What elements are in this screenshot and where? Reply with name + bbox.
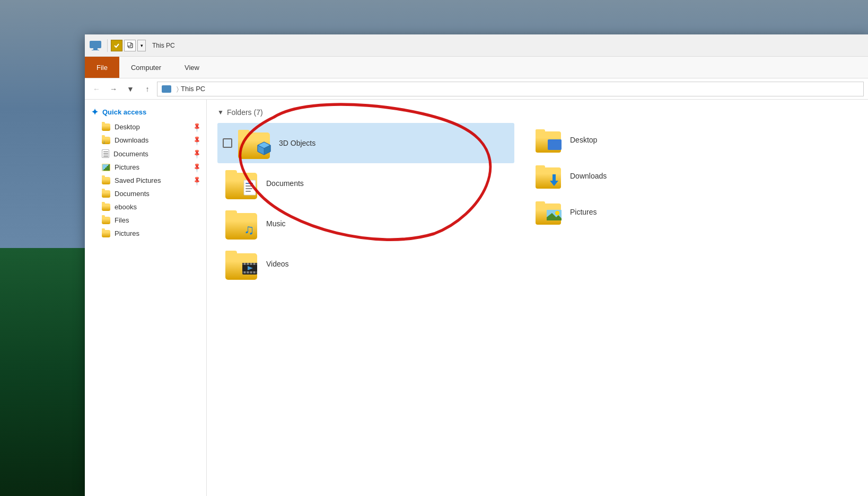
folder-item-pictures-right[interactable]: Pictures — [525, 195, 857, 229]
folders-section-header[interactable]: ▼ Folders (7) — [217, 108, 857, 117]
tab-view[interactable]: View — [173, 57, 211, 78]
folder-pictures-right-label: Pictures — [570, 208, 597, 216]
svg-rect-21 — [253, 263, 255, 265]
sidebar-pictures2-label: Pictures — [115, 229, 139, 237]
folder-videos-icon — [223, 248, 260, 280]
folders-left-col: 3D Objects — [217, 123, 514, 284]
folder-item-documents[interactable]: Documents — [217, 163, 514, 203]
folder-desktop-icon — [533, 127, 563, 153]
sidebar-item-files[interactable]: Files — [85, 214, 206, 227]
sidebar-saved-pictures-pin-icon: 📌 — [191, 175, 203, 186]
path-computer-icon — [162, 85, 171, 93]
quick-access-header[interactable]: ✦ Quick access — [85, 104, 206, 120]
sidebar-documents2-icon — [102, 190, 110, 198]
sidebar-desktop-label: Desktop — [115, 123, 140, 131]
folder-item-downloads-right[interactable]: Downloads — [525, 159, 857, 193]
svg-rect-20 — [250, 263, 252, 265]
svg-rect-11 — [246, 185, 252, 187]
sidebar-item-desktop[interactable]: Desktop 📌 — [85, 120, 206, 134]
svg-rect-25 — [253, 271, 255, 273]
ribbon: File Computer View — [85, 57, 868, 78]
folder-music-icon: ♫ — [223, 208, 260, 240]
sidebar-pictures2-icon — [102, 230, 110, 237]
svg-rect-19 — [247, 263, 249, 265]
path-thispc: This PC — [181, 85, 205, 93]
tab-file[interactable]: File — [85, 57, 119, 78]
sidebar-item-pictures2[interactable]: Pictures — [85, 227, 206, 240]
folder-checkbox[interactable] — [223, 138, 232, 148]
forward-button[interactable]: → — [106, 82, 121, 96]
dropdown-button[interactable]: ▼ — [123, 82, 138, 96]
checkmark-button[interactable] — [111, 40, 122, 51]
sidebar-item-pictures[interactable]: Pictures 📌 — [85, 161, 206, 174]
quick-access-label: Quick access — [102, 108, 146, 116]
folder-pictures-icon — [533, 199, 563, 225]
svg-rect-23 — [247, 271, 249, 273]
back-button[interactable]: ← — [89, 82, 104, 96]
sidebar-desktop-icon — [102, 123, 110, 131]
folder-3d-icon — [235, 127, 273, 159]
sidebar-downloads-pin-icon: 📌 — [191, 135, 203, 146]
up-button[interactable]: ↑ — [140, 82, 155, 96]
content-area: ▼ Folders (7) — [207, 100, 868, 496]
sidebar-item-documents[interactable]: Documents 📌 — [85, 147, 206, 161]
titlebar-divider — [107, 39, 108, 52]
addressbar: ← → ▼ ↑ 〉 This PC — [85, 78, 868, 100]
svg-point-31 — [555, 211, 559, 215]
sidebar-saved-pictures-label: Saved Pictures — [115, 176, 161, 184]
sidebar-item-ebooks[interactable]: ebooks — [85, 200, 206, 214]
folder-videos-label: Videos — [266, 260, 289, 268]
sidebar-pictures-pin-icon: 📌 — [191, 162, 203, 173]
computer-icon — [89, 39, 102, 52]
folder-downloads-right-label: Downloads — [570, 172, 607, 180]
svg-rect-13 — [246, 191, 251, 192]
sidebar-ebooks-icon — [102, 203, 110, 211]
sidebar-saved-pictures-icon — [102, 177, 110, 184]
sidebar-files-label: Files — [115, 216, 129, 224]
svg-rect-18 — [244, 263, 246, 265]
sidebar-documents-label: Documents — [113, 150, 148, 158]
sidebar-item-downloads[interactable]: Downloads 📌 — [85, 134, 206, 147]
svg-rect-22 — [244, 271, 246, 273]
svg-text:♫: ♫ — [244, 222, 255, 237]
folder-item-music[interactable]: ♫ Music — [217, 203, 514, 244]
copy-button[interactable] — [124, 40, 136, 51]
svg-rect-10 — [246, 183, 253, 184]
main-layout: ✦ Quick access Desktop 📌 Downloads 📌 Doc… — [85, 100, 868, 496]
sidebar-documents2-label: Documents — [115, 190, 150, 198]
folder-3d-label: 3D Objects — [279, 139, 315, 147]
tab-computer[interactable]: Computer — [119, 57, 173, 78]
svg-rect-24 — [250, 271, 252, 273]
svg-rect-4 — [127, 42, 131, 46]
folders-two-col: 3D Objects — [217, 123, 857, 284]
file-explorer-window: ▾ This PC File Computer View ← → ▼ ↑ 〉 T… — [85, 34, 868, 496]
svg-rect-2 — [92, 50, 99, 50]
sidebar-documents-icon — [102, 149, 109, 158]
sidebar-pictures-label: Pictures — [115, 163, 139, 171]
path-separator: 〉 — [177, 85, 179, 93]
titlebar-dropdown[interactable]: ▾ — [137, 40, 146, 51]
titlebar-title: This PC — [152, 42, 175, 49]
sidebar: ✦ Quick access Desktop 📌 Downloads 📌 Doc… — [85, 100, 207, 496]
sidebar-pictures-icon — [102, 164, 110, 171]
folder-documents-label: Documents — [266, 179, 304, 188]
sidebar-item-saved-pictures[interactable]: Saved Pictures 📌 — [85, 174, 206, 187]
sidebar-documents-pin-icon: 📌 — [191, 148, 203, 160]
svg-rect-27 — [553, 174, 556, 181]
quick-access-star-icon: ✦ — [91, 107, 98, 117]
address-path[interactable]: 〉 This PC — [157, 82, 864, 96]
folders-right-col: Desktop Downloads — [525, 123, 857, 284]
folder-downloads-icon — [533, 163, 563, 189]
folders-section-label: Folders (7) — [227, 108, 263, 117]
folder-documents-icon — [223, 167, 260, 199]
sidebar-ebooks-label: ebooks — [115, 203, 137, 211]
sidebar-item-documents2[interactable]: Documents — [85, 187, 206, 200]
folder-desktop-right-label: Desktop — [570, 136, 597, 144]
folder-item-3d-objects[interactable]: 3D Objects — [217, 123, 514, 163]
svg-marker-28 — [550, 181, 558, 186]
sidebar-files-icon — [102, 217, 110, 224]
sidebar-downloads-icon — [102, 137, 110, 144]
folder-item-videos[interactable]: Videos — [217, 244, 514, 284]
folder-item-desktop-right[interactable]: Desktop — [525, 123, 857, 157]
sidebar-downloads-label: Downloads — [115, 136, 148, 144]
